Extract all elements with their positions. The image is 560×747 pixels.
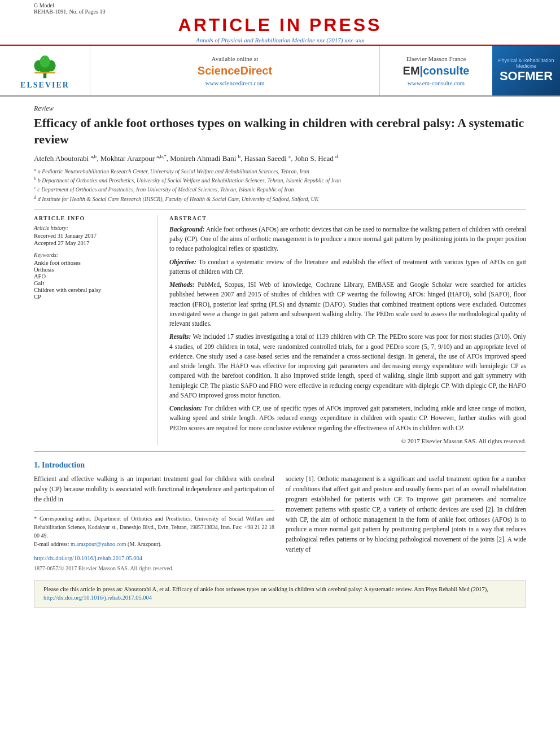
svg-rect-5 (34, 72, 55, 73)
intro-two-col: Efficient and effective walking is an im… (34, 474, 526, 573)
intro-title: 1. Introduction (34, 461, 526, 470)
keyword-2: Orthosis (34, 267, 148, 273)
article-info-header: ARTICLE INFO (34, 215, 148, 221)
journal-citation: Annals of Physical and Rehabilitation Me… (0, 37, 560, 43)
sciencedirect-area: Available online at ScienceDirect www.sc… (90, 46, 379, 95)
article-info-abstract: ARTICLE INFO Article history: Received 3… (34, 215, 526, 446)
corresponding-footnote: * Corresponding author. Department of Or… (34, 514, 274, 540)
divider-1 (34, 209, 526, 209)
received-date: Received 31 January 2017 (34, 233, 148, 239)
em-url[interactable]: www.em-consulte.com (408, 80, 465, 86)
elsevier-tree-icon (29, 51, 60, 80)
authors-line: Atefeh Aboutorabi a,b, Mokhtar Arazpour … (34, 153, 526, 163)
author-1: Atefeh Aboutorabi a,b (34, 154, 97, 163)
issn-copyright: 1877-0657/© 2017 Elsevier Masson SAS. Al… (34, 564, 274, 573)
intro-right-col: society [1]. Orthotic management is a si… (286, 474, 526, 573)
article-info-column: ARTICLE INFO Article history: Received 3… (34, 215, 158, 446)
keyword-1: Ankle foot orthoses (34, 260, 148, 266)
abstract-header: ABSTRACT (169, 215, 526, 221)
email-line: E-mail address: m.arazpour@yahoo.com (M.… (34, 540, 274, 548)
abstract-copyright: © 2017 Elsevier Masson SAS. All rights r… (169, 436, 526, 446)
article-type-label: Review (34, 104, 526, 113)
gmodel-text: G Model REHAB-1091; No. of Pages 10 (0, 2, 560, 15)
elsevier-logo-area: ELSEVIER (0, 46, 90, 95)
intro-left-text: Efficient and effective walking is an im… (34, 474, 274, 504)
accepted-date: Accepted 27 May 2017 (34, 240, 148, 246)
introduction-section: 1. Introduction Efficient and effective … (34, 461, 526, 573)
publisher-banner: ELSEVIER Available online at ScienceDire… (0, 46, 560, 97)
abstract-column: ABSTRACT Background: Ankle foot orthoses… (169, 215, 526, 446)
doi-link[interactable]: http://dx.doi.org/10.1016/j.rehab.2017.0… (34, 554, 274, 563)
intro-left-col: Efficient and effective walking is an im… (34, 474, 274, 573)
em-consulte-area: Elsevier Masson France EM|consulte www.e… (379, 46, 492, 95)
sofmer-badge: Physical & Rehabilitation Medicine SOFME… (492, 46, 560, 95)
keyword-5: Children with cerebral palsy (34, 287, 148, 293)
citation-link[interactable]: http://dx.doi.org/10.1016/j.rehab.2017.0… (43, 595, 152, 601)
sciencedirect-url[interactable]: www.sciencedirect.com (205, 80, 265, 86)
sciencedirect-logo: ScienceDirect (198, 64, 272, 77)
abstract-text: Background: Ankle foot orthoses (AFOs) a… (169, 225, 526, 446)
author-5: John S. Head d (295, 154, 338, 163)
intro-right-text: society [1]. Orthotic management is a si… (286, 474, 526, 555)
affiliation-c: c c Department of Orthotics and Prosthet… (34, 185, 526, 194)
citation-text: Please cite this article in press as: Ab… (43, 586, 488, 592)
email-address[interactable]: m.arazpour@yahoo.com (71, 541, 126, 547)
affiliation-b: b b Department of Orthotics and Prosthet… (34, 176, 526, 185)
footnote-box: * Corresponding author. Department of Or… (34, 510, 274, 548)
affiliation-a: a a Pediatric Neurorehabilitation Resear… (34, 167, 526, 176)
keyword-6: CP (34, 294, 148, 300)
citation-bar: Please cite this article in press as: Ab… (34, 580, 526, 608)
svg-point-4 (40, 55, 50, 68)
abstract-conclusion: Conclusion: For children with CP, use of… (169, 404, 526, 433)
keywords-label: Keywords: (34, 252, 148, 258)
abstract-objective: Objective: To conduct a systematic revie… (169, 257, 526, 277)
article-title: Efficacy of ankle foot orthoses types on… (34, 115, 526, 147)
author-2: Mokhtar Arazpour a,b,* (100, 154, 167, 163)
em-consulte-logo: EM|consulte (403, 64, 470, 77)
author-3: Monireh Ahmadi Bani b (170, 154, 240, 163)
abstract-methods: Methods: PubMed, Scopus, ISI Web of know… (169, 280, 526, 329)
doi-area: http://dx.doi.org/10.1016/j.rehab.2017.0… (34, 554, 274, 573)
sofmer-wordmark: SOFMER (497, 69, 555, 84)
history-label: Article history: (34, 225, 148, 231)
abstract-results: Results: We included 17 studies investig… (169, 332, 526, 400)
article-in-press-banner: ARTICLE IN PRESS (0, 15, 560, 36)
elsevier-wordmark: ELSEVIER (20, 81, 69, 90)
divider-2 (34, 451, 526, 452)
author-4: Hassan Saeedi c (244, 154, 291, 163)
keyword-3: AFO (34, 273, 148, 279)
affiliations-block: a a Pediatric Neurorehabilitation Resear… (34, 167, 526, 203)
abstract-background: Background: Ankle foot orthoses (AFOs) a… (169, 225, 526, 254)
main-content: Review Efficacy of ankle foot orthoses t… (0, 97, 560, 613)
available-online-text: Available online at (212, 55, 259, 62)
keyword-4: Gait (34, 280, 148, 286)
top-header: G Model REHAB-1091; No. of Pages 10 ARTI… (0, 0, 560, 46)
email-suffix: (M. Arazpour). (128, 541, 161, 547)
affiliation-d: d d Institute for Health & Social Care R… (34, 194, 526, 203)
elsevier-masson-text: Elsevier Masson France (406, 55, 466, 62)
email-label: E-mail address: (34, 541, 69, 547)
